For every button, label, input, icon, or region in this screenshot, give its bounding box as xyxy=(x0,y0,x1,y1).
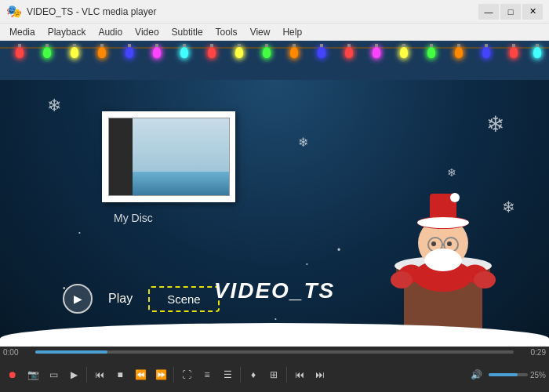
bottom-controls: ⏺ 📷 ▭ ▶ ⏮ ■ ⏪ ⏩ ⛶ ≡ ☰ ♦ ⊞ ⏮ ⏭ 🔊 25% xyxy=(0,358,549,392)
video-area: ❄ ❄ ❄ ❄ ❄ • • • • • My Disc ▶ Play Scene… xyxy=(0,41,549,347)
menu-playback[interactable]: Playback xyxy=(42,24,93,40)
progress-fill xyxy=(35,350,107,354)
snowflake: • xyxy=(337,245,340,256)
light-bulb xyxy=(98,47,106,58)
menu-bar: Media Playback Audio Video Subtitle Tool… xyxy=(0,24,549,41)
minimize-button[interactable]: — xyxy=(478,4,499,20)
snowflake: • xyxy=(274,315,277,322)
svg-point-8 xyxy=(417,217,469,228)
dvd-preview-water xyxy=(133,172,229,195)
light-bulb xyxy=(71,47,78,58)
separator-2 xyxy=(173,367,174,383)
light-bulb xyxy=(235,47,243,58)
current-time: 0:00 xyxy=(3,348,31,357)
extended-button[interactable]: ≡ xyxy=(198,365,216,384)
menu-tools[interactable]: Tools xyxy=(209,24,244,40)
dvd-preview-sky xyxy=(133,118,229,173)
light-bulb xyxy=(208,47,216,58)
volume-area: 🔊 25% xyxy=(467,365,546,384)
light-bulb xyxy=(318,47,325,58)
snowflake: • xyxy=(78,229,81,236)
christmas-lights xyxy=(0,41,549,80)
mute-button[interactable]: 🔊 xyxy=(467,365,486,384)
maximize-button[interactable]: □ xyxy=(500,4,521,20)
disc-label: My Disc xyxy=(114,212,153,224)
light-bulb xyxy=(345,47,353,58)
light-bulb xyxy=(400,47,408,58)
svg-point-13 xyxy=(447,241,452,246)
santa-illustration xyxy=(361,127,525,331)
prev-button[interactable]: ⏪ xyxy=(131,365,150,384)
menu-audio[interactable]: Audio xyxy=(92,24,129,40)
screenshot-button[interactable]: 📷 xyxy=(24,365,42,384)
menu-view[interactable]: View xyxy=(244,24,277,40)
volume-slider[interactable] xyxy=(489,373,528,376)
volume-fill xyxy=(489,373,518,376)
light-bulb xyxy=(533,47,541,58)
snowflake: ❄ xyxy=(298,135,308,150)
menu-media[interactable]: Media xyxy=(3,24,42,40)
window-title: VIDEO_TS - VLC media player xyxy=(27,6,156,17)
svg-point-19 xyxy=(391,271,413,289)
separator-3 xyxy=(240,367,241,383)
progress-track[interactable] xyxy=(35,350,514,354)
svg-point-12 xyxy=(431,241,436,246)
effects-button[interactable]: ♦ xyxy=(244,365,263,384)
light-bulb xyxy=(373,47,380,58)
total-time: 0:29 xyxy=(518,348,546,357)
separator-1 xyxy=(86,367,87,383)
svg-point-16 xyxy=(424,249,462,271)
fullscreen-button[interactable]: ⛶ xyxy=(177,365,196,384)
next-button[interactable]: ⏩ xyxy=(151,365,170,384)
play-pause-button[interactable]: ▶ xyxy=(64,365,83,384)
chapter-next-button[interactable]: ⏭ xyxy=(311,365,329,384)
dvd-preview-image xyxy=(108,118,230,196)
snowflake: ❄ xyxy=(47,96,61,116)
close-button[interactable]: ✕ xyxy=(522,4,543,20)
svg-point-7 xyxy=(450,193,460,202)
light-bulb xyxy=(263,47,271,58)
chapter-prev-button[interactable]: ⏮ xyxy=(290,365,309,384)
light-bulb xyxy=(427,47,435,58)
menu-help[interactable]: Help xyxy=(276,24,308,40)
progress-bar-area: 0:00 0:29 xyxy=(0,347,549,358)
playlist-button[interactable]: ☰ xyxy=(218,365,237,384)
menu-video[interactable]: Video xyxy=(129,24,165,40)
light-bulb xyxy=(482,47,490,58)
record-button[interactable]: ⏺ xyxy=(3,365,22,384)
aspect-button[interactable]: ▭ xyxy=(44,365,63,384)
light-bulb xyxy=(125,47,133,58)
light-bulb xyxy=(16,47,24,58)
menu-subtitle[interactable]: Subtitle xyxy=(165,24,209,40)
dvd-preview-strip xyxy=(109,118,133,195)
volume-label: 25% xyxy=(530,371,546,379)
stop-button[interactable]: ■ xyxy=(111,365,129,384)
light-bulb xyxy=(290,47,298,58)
vlc-icon: 🎭 xyxy=(6,4,22,19)
title-bar: 🎭 VIDEO_TS - VLC media player — □ ✕ xyxy=(0,0,549,24)
light-bulb xyxy=(180,47,188,58)
light-bulb xyxy=(153,47,161,58)
separator-4 xyxy=(286,367,287,383)
skip-to-start-button[interactable]: ⏮ xyxy=(90,365,109,384)
frame-button[interactable]: ⊞ xyxy=(264,365,283,384)
light-wire xyxy=(0,47,549,49)
light-bulb xyxy=(510,47,518,58)
svg-point-20 xyxy=(474,271,496,289)
light-bulb xyxy=(43,47,51,58)
snowflake: • xyxy=(306,260,308,267)
light-bulb xyxy=(455,47,463,58)
dvd-thumbnail xyxy=(102,111,235,202)
